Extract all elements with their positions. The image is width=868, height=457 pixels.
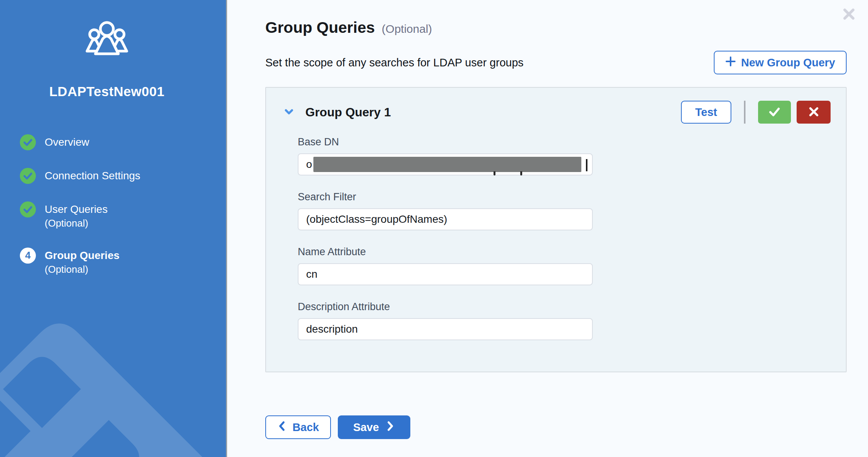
- sidebar-item-overview[interactable]: Overview: [20, 134, 214, 150]
- wizard-steps: Overview Connection Settings: [0, 134, 214, 294]
- save-button[interactable]: Save: [338, 415, 410, 439]
- new-group-query-label: New Group Query: [741, 56, 835, 69]
- close-button[interactable]: [840, 5, 858, 24]
- group-queries-panel: Group Queries (Optional) Set the scope o…: [228, 0, 868, 457]
- confirm-button[interactable]: [758, 101, 791, 124]
- check-icon: [767, 105, 782, 120]
- page-title: Group Queries: [265, 20, 375, 35]
- back-label: Back: [292, 421, 319, 434]
- new-group-query-button[interactable]: New Group Query: [714, 51, 847, 74]
- save-label: Save: [353, 421, 379, 434]
- chevron-left-icon: [277, 420, 287, 434]
- name-attribute-label: Name Attribute: [298, 246, 831, 258]
- step-sublabel: (Optional): [45, 263, 119, 276]
- sidebar-item-group-queries[interactable]: 4 Group Queries (Optional): [20, 248, 214, 276]
- step-label: Overview: [45, 136, 89, 148]
- name-attribute-input[interactable]: [298, 263, 593, 285]
- search-filter-label: Search Filter: [298, 191, 831, 203]
- base-dn-label: Base DN: [298, 136, 831, 148]
- group-query-card: Group Query 1 Test: [265, 87, 847, 372]
- check-circle-icon: [20, 168, 36, 184]
- redaction-bar: [313, 157, 581, 172]
- redaction-artifact: [586, 159, 587, 171]
- test-button[interactable]: Test: [681, 101, 731, 124]
- optional-tag: (Optional): [382, 23, 432, 35]
- vertical-divider: [744, 101, 745, 124]
- description-attribute-label: Description Attribute: [298, 301, 831, 313]
- connection-name-title: LDAPTestNew001: [0, 84, 214, 99]
- collapse-toggle-button[interactable]: [282, 105, 296, 119]
- group-query-title: Group Query 1: [305, 105, 391, 119]
- description-attribute-input[interactable]: [298, 318, 593, 340]
- sidebar-item-connection-settings[interactable]: Connection Settings: [20, 168, 214, 184]
- plus-icon: [725, 56, 736, 69]
- back-button[interactable]: Back: [265, 415, 331, 439]
- x-icon: [808, 106, 820, 119]
- user-group-icon: [84, 20, 130, 58]
- sidebar-item-user-queries[interactable]: User Queries (Optional): [20, 201, 214, 230]
- step-label: Group Queries: [45, 249, 119, 262]
- step-sublabel: (Optional): [45, 217, 108, 230]
- step-label: User Queries: [45, 203, 108, 216]
- base-dn-visible-prefix: o: [306, 158, 312, 171]
- base-dn-input[interactable]: o: [298, 153, 593, 175]
- delete-button[interactable]: [797, 101, 831, 124]
- search-filter-input[interactable]: [298, 208, 593, 230]
- step-number-badge: 4: [20, 248, 36, 264]
- page-subtitle: Set the scope of any searches for LDAP u…: [265, 56, 524, 69]
- check-circle-icon: [20, 201, 36, 217]
- wizard-sidebar: LDAPTestNew001 Overview: [0, 0, 227, 457]
- ldap-wizard-modal: LDAPTestNew001 Overview: [0, 0, 868, 457]
- step-label: Connection Settings: [45, 170, 140, 182]
- close-icon: [842, 7, 856, 22]
- check-circle-icon: [20, 134, 36, 150]
- chevron-right-icon: [385, 420, 395, 434]
- chevron-down-icon: [283, 106, 295, 119]
